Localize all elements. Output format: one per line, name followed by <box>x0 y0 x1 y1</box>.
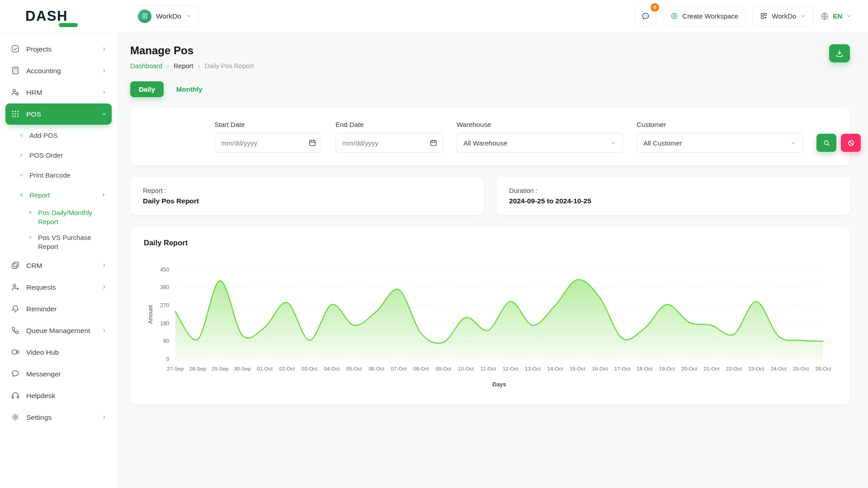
warehouse-select-value: All Warehouse <box>463 139 507 147</box>
chevron-down-icon <box>846 13 852 19</box>
sidebar-item-accounting[interactable]: Accounting <box>5 60 112 81</box>
video-camera-icon <box>11 347 20 357</box>
svg-text:270: 270 <box>160 302 169 309</box>
sidebar-item-label: Projects <box>26 45 52 53</box>
duration-summary-card: Duration : 2024-09-25 to 2024-10-25 <box>496 177 850 215</box>
download-report-button[interactable] <box>829 44 850 62</box>
breadcrumb-separator-icon: › <box>167 62 169 70</box>
language-switcher[interactable]: EN <box>820 6 852 26</box>
sidebar-item-label: Pos VS Purchase Report <box>38 233 110 251</box>
warehouse-select[interactable]: All Warehouse <box>457 133 623 153</box>
svg-text:09-Oct: 09-Oct <box>435 366 452 371</box>
sidebar-item-label: Pos Daily/Monthly Report <box>38 208 110 226</box>
sidebar-item-add-pos[interactable]: Add POS <box>0 125 117 145</box>
pos-icon <box>11 109 20 119</box>
create-workspace-button[interactable]: Create Workspace <box>663 6 746 26</box>
filter-card: Start Date End Date Warehouse <box>130 108 850 165</box>
sidebar-item-crm[interactable]: CRM <box>5 255 112 276</box>
start-date-input[interactable] <box>214 133 322 153</box>
sidebar-item-print-barcode[interactable]: Print Barcode <box>0 165 117 185</box>
customer-label: Customer <box>637 121 803 128</box>
svg-text:180: 180 <box>160 320 169 327</box>
customer-select-value: All Customer <box>643 139 682 147</box>
chevron-down-icon <box>101 111 107 117</box>
sidebar-item-reminder[interactable]: Reminder <box>5 298 112 319</box>
sidebar-item-label: Add POS <box>29 131 58 139</box>
chart-title: Daily Report <box>144 239 836 247</box>
daily-report-area-chart: 09018027036045027-Sep28-Sep29-Sep30-Sep0… <box>144 260 836 397</box>
chevron-right-icon <box>101 68 107 74</box>
reset-filter-button[interactable] <box>841 134 861 152</box>
sidebar-item-queue-management[interactable]: Queue Management <box>5 320 112 341</box>
duration-summary-value: 2024-09-25 to 2024-10-25 <box>509 197 837 205</box>
svg-text:03-Oct: 03-Oct <box>302 366 318 371</box>
breadcrumb-dashboard-link[interactable]: Dashboard <box>130 62 162 70</box>
messages-button[interactable]: 0 <box>635 6 656 26</box>
app-root: DASH WorkDo 0 Create Workspace WorkDo <box>0 0 868 488</box>
svg-text:Amount: Amount <box>147 305 154 324</box>
svg-text:360: 360 <box>160 284 169 291</box>
report-summary-label: Report : <box>143 187 471 194</box>
sidebar-nav: Projects Accounting HRM POS <box>0 38 117 428</box>
sidebar-item-label: HRM <box>26 89 42 97</box>
summary-row: Report : Daily Pos Report Duration : 202… <box>130 177 850 215</box>
sidebar-item-report[interactable]: Report <box>0 185 117 205</box>
topbar-actions: 0 Create Workspace WorkDo EN <box>635 6 852 26</box>
breadcrumb-separator-icon: › <box>198 62 200 70</box>
svg-text:15-Oct: 15-Oct <box>570 366 586 371</box>
circle-bullet-icon <box>19 192 24 197</box>
sidebar-item-messenger[interactable]: Messenger <box>5 363 112 385</box>
sidebar-item-pos-daily-monthly-report[interactable]: Pos Daily/Monthly Report <box>0 205 117 230</box>
tab-monthly[interactable]: Monthly <box>176 85 203 93</box>
sidebar-item-requests[interactable]: Requests <box>5 277 112 298</box>
customer-select[interactable]: All Customer <box>637 133 803 153</box>
logo-text: DASH <box>25 8 68 24</box>
search-icon <box>823 139 830 147</box>
sidebar-item-helpdesk[interactable]: Helpdesk <box>5 385 112 406</box>
report-summary-card: Report : Daily Pos Report <box>130 177 484 215</box>
svg-text:24-Oct: 24-Oct <box>771 366 787 371</box>
daily-report-card: Daily Report 09018027036045027-Sep28-Sep… <box>130 227 850 404</box>
pos-submenu: Add POS POS Order Print Barcode Report <box>0 125 117 254</box>
sidebar-item-hrm[interactable]: HRM <box>5 82 112 103</box>
svg-text:23-Oct: 23-Oct <box>748 366 764 371</box>
sidebar-item-projects[interactable]: Projects <box>5 38 112 60</box>
chevron-down-icon <box>610 140 616 146</box>
user-plus-icon <box>11 282 20 292</box>
circle-bullet-icon <box>28 210 33 215</box>
sidebar-item-pos-order[interactable]: POS Order <box>0 145 117 165</box>
tab-daily[interactable]: Daily <box>130 81 164 97</box>
sidebar-item-pos-vs-purchase-report[interactable]: Pos VS Purchase Report <box>0 230 117 254</box>
building-icon <box>141 12 149 20</box>
sidebar-item-label: POS <box>26 110 41 118</box>
accounting-icon <box>11 66 20 75</box>
account-menu-button[interactable]: WorkDo <box>752 6 814 26</box>
svg-text:08-Oct: 08-Oct <box>413 366 429 371</box>
workspace-switcher[interactable]: WorkDo <box>131 5 198 27</box>
svg-text:90: 90 <box>163 338 170 344</box>
svg-text:450: 450 <box>160 267 169 273</box>
sidebar-item-label: Messenger <box>26 370 61 378</box>
sidebar-item-label: Report <box>29 191 50 199</box>
messages-badge: 0 <box>651 3 659 12</box>
account-menu-label: WorkDo <box>772 12 796 20</box>
svg-text:20-Oct: 20-Oct <box>681 366 698 371</box>
bell-icon <box>11 304 20 314</box>
end-date-input[interactable] <box>335 133 443 153</box>
app-logo[interactable]: DASH <box>0 8 118 24</box>
start-date-label: Start Date <box>214 121 322 128</box>
svg-text:14-Oct: 14-Oct <box>547 366 563 371</box>
hrm-icon <box>11 88 20 97</box>
sidebar-item-settings[interactable]: Settings <box>5 407 112 428</box>
sidebar-item-label: Video Hub <box>26 348 59 357</box>
main-content: Manage Pos Dashboard › Report › Daily Po… <box>118 33 868 488</box>
search-button[interactable] <box>816 134 836 152</box>
sidebar-item-video-hub[interactable]: Video Hub <box>5 342 112 363</box>
chevron-right-icon <box>101 192 106 197</box>
chat-bubble-icon <box>641 12 650 21</box>
plus-circle-icon <box>670 12 678 20</box>
sidebar-item-label: CRM <box>26 262 42 270</box>
sidebar-item-pos[interactable]: POS <box>5 103 112 125</box>
breadcrumb-report: Report <box>174 62 193 70</box>
report-period-tabs: Daily Monthly <box>130 81 850 97</box>
